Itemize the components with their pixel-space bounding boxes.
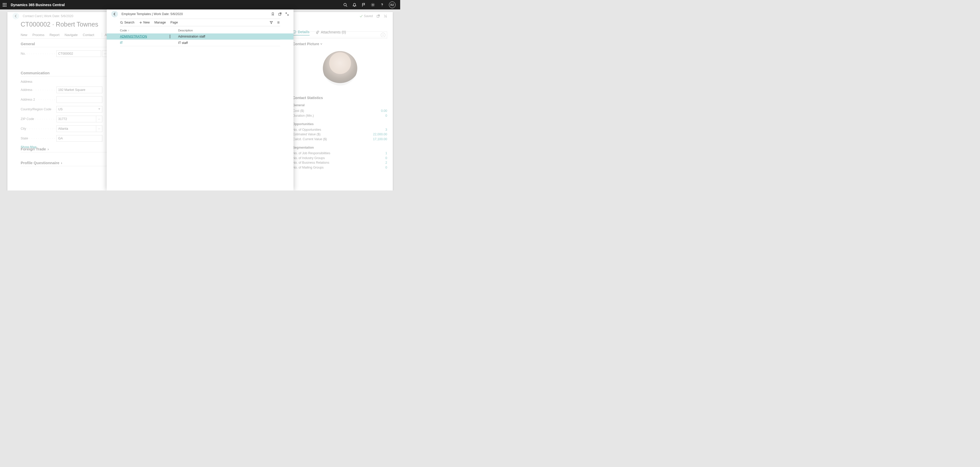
city-lookup-button[interactable]: ··· [96, 125, 102, 132]
attachments-tab[interactable]: Attachments (0) [316, 30, 346, 35]
state-label: State [21, 137, 56, 140]
svg-line-19 [122, 23, 123, 24]
table-row[interactable]: ITIT staff [120, 40, 280, 46]
stat-value[interactable]: 2 [385, 160, 387, 165]
popout-icon[interactable] [278, 12, 282, 16]
stat-value[interactable]: 0 [385, 156, 387, 161]
saved-indicator: Saved [360, 14, 373, 18]
stat-value[interactable]: 0 [385, 165, 387, 170]
factbox-pane: Details Attachments (0) Contact Picture … [293, 30, 387, 188]
flag-icon[interactable] [361, 3, 366, 7]
new-action[interactable]: New [139, 21, 150, 24]
tab-contact[interactable]: Contact [83, 33, 94, 37]
notifications-icon[interactable] [352, 3, 357, 7]
contact-statistics-title: Contact Statistics [293, 96, 387, 100]
tab-process[interactable]: Process [32, 33, 45, 37]
no-label: No. [21, 52, 56, 56]
search-action[interactable]: Search [120, 21, 135, 24]
stats-group-title: Opportunities [293, 122, 387, 126]
stat-value[interactable]: 17,100.00 [373, 137, 387, 142]
section-foreign-trade[interactable]: Foreign Trade› [21, 147, 115, 153]
stat-value[interactable]: 0 [385, 113, 387, 118]
sort-asc-icon: ↑ [128, 29, 129, 32]
svg-line-10 [346, 6, 347, 6]
stats-group-title: Segmentation [293, 146, 387, 149]
country-input[interactable] [56, 106, 102, 113]
address-label: Address [21, 88, 56, 92]
help-icon[interactable] [380, 3, 384, 7]
code-link[interactable]: IT [120, 41, 123, 45]
stat-row: Estimated Value ($)22,000.00 [293, 132, 387, 137]
city-input[interactable] [56, 125, 96, 132]
app-launcher-icon[interactable] [2, 2, 7, 7]
section-communication-title[interactable]: Communication [21, 71, 120, 77]
stat-row: Duration (Min.)0 [293, 113, 387, 118]
stat-row: No. of Business Relations2 [293, 160, 387, 165]
settings-icon[interactable] [371, 3, 375, 7]
stat-value[interactable]: 3 [385, 128, 387, 132]
column-code[interactable]: Code ↑ [120, 29, 178, 32]
column-description[interactable]: Description [178, 29, 280, 32]
stat-value[interactable]: 0.00 [381, 108, 387, 113]
details-tab[interactable]: Details [293, 30, 310, 35]
filter-icon[interactable] [269, 21, 273, 24]
svg-rect-5 [6, 4, 6, 5]
expand-icon[interactable] [285, 12, 289, 16]
breadcrumb: Contact Card | Work Date: 5/6/2020 [23, 14, 73, 18]
stat-value[interactable]: 22,000.00 [373, 132, 387, 137]
section-profile-questionnaire[interactable]: Profile Questionnaire› [21, 161, 115, 166]
svg-rect-0 [3, 3, 3, 4]
top-bar: Dynamics 365 Business Central RZ [0, 0, 400, 10]
zip-lookup-button[interactable]: ··· [96, 116, 102, 122]
state-input[interactable] [56, 135, 102, 142]
section-general-title[interactable]: General [21, 41, 120, 47]
zip-input[interactable] [56, 116, 96, 122]
chevron-down-icon [320, 43, 323, 45]
tab-navigate[interactable]: Navigate [65, 33, 78, 37]
modal-back-button[interactable] [111, 11, 118, 18]
svg-point-9 [344, 3, 346, 6]
zip-label: ZIP Code [21, 117, 56, 121]
address-input[interactable] [56, 86, 102, 93]
bookmark-icon[interactable] [271, 12, 275, 16]
manage-action[interactable]: Manage [154, 21, 166, 24]
svg-point-11 [372, 4, 374, 5]
search-icon[interactable] [343, 3, 348, 7]
row-menu-icon[interactable] [169, 35, 173, 38]
stat-row: Calcd. Current Value ($)17,100.00 [293, 137, 387, 142]
svg-point-25 [170, 35, 170, 35]
stats-group-title: General [293, 104, 387, 107]
svg-rect-6 [3, 6, 3, 6]
modal-breadcrumb: Employee Templates | Work Date: 5/6/2020 [121, 12, 183, 16]
address2-input[interactable] [56, 96, 102, 103]
stat-row: No. of Mailing Groups0 [293, 165, 387, 170]
stat-row: Cost ($)0.00 [293, 108, 387, 113]
list-icon[interactable] [277, 21, 280, 24]
collapse-icon[interactable] [383, 14, 387, 18]
record-title: CT000002 · Robert Townes [21, 21, 98, 28]
stat-value[interactable]: 1 [385, 151, 387, 156]
chevron-right-icon: › [48, 147, 49, 151]
svg-rect-4 [4, 4, 5, 5]
code-link[interactable]: ADMINISTRATION [120, 35, 147, 38]
no-input[interactable] [56, 50, 101, 57]
table-row[interactable]: ADMINISTRATIONAdministration staff [120, 33, 280, 40]
contact-picture-title[interactable]: Contact Picture [293, 42, 387, 46]
page-action[interactable]: Page [170, 21, 178, 24]
employee-templates-modal: Employee Templates | Work Date: 5/6/2020… [107, 10, 293, 190]
svg-point-18 [121, 21, 122, 23]
tab-new[interactable]: New [21, 33, 27, 37]
stat-row: No. of Opportunities3 [293, 128, 387, 132]
popout-icon[interactable] [376, 14, 380, 18]
svg-rect-1 [4, 3, 5, 4]
stat-row: No. of Industry Groups0 [293, 156, 387, 161]
svg-rect-2 [6, 3, 6, 4]
back-button[interactable] [13, 13, 19, 19]
user-avatar[interactable]: RZ [389, 2, 396, 8]
svg-rect-3 [3, 4, 3, 5]
chevron-right-icon: › [61, 161, 62, 165]
city-label: City [21, 127, 56, 131]
svg-point-27 [170, 38, 170, 38]
tab-report[interactable]: Report [49, 33, 59, 37]
svg-point-26 [170, 36, 170, 37]
